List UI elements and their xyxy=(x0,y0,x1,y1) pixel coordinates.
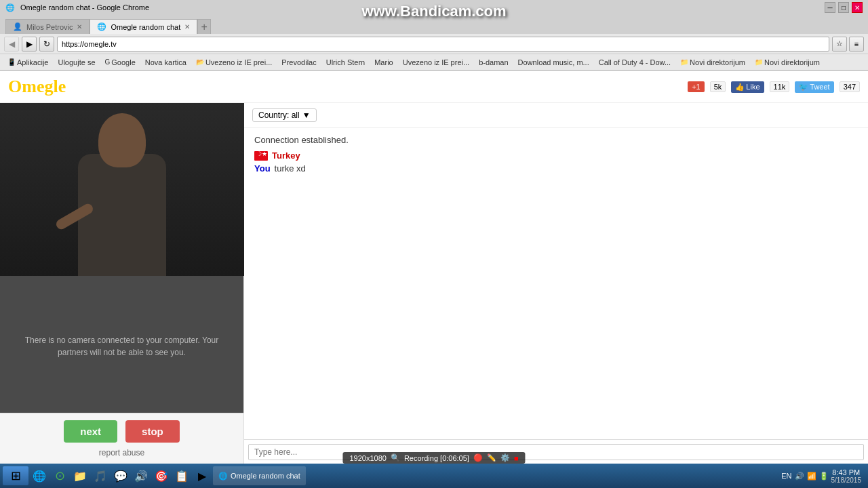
bookmark-download-music[interactable]: Download music, m... xyxy=(515,58,593,67)
bookmarks-bar: 📱 Aplikacije Ulogujte se G Google Nova k… xyxy=(0,54,868,70)
bookmark-label: Uvezeno iz IE prei... xyxy=(403,58,469,66)
taskbar-audio-icon[interactable]: 🔊 xyxy=(132,466,151,485)
back-button[interactable]: ◀ xyxy=(4,37,19,52)
taskbar-ie-icon[interactable]: 🌐 xyxy=(30,466,49,485)
country-selector-label: Country: all xyxy=(258,110,300,120)
bookmark-mario[interactable]: Mario xyxy=(371,58,397,67)
maximize-button[interactable]: □ xyxy=(838,2,849,13)
bookmark-label: Prevodilac xyxy=(281,58,316,66)
tray-icon-battery[interactable]: 🔋 xyxy=(819,472,829,481)
title-bar-text: Omegle random chat - Google Chrome xyxy=(20,3,149,12)
bookmark-label: Mario xyxy=(374,58,393,66)
taskbar-task2-icon[interactable]: 📋 xyxy=(172,466,191,485)
bookmark-nova-kartica[interactable]: Nova kartica xyxy=(142,58,190,67)
bookmark-ulogujte[interactable]: Ulogujte se xyxy=(54,58,98,67)
person-body xyxy=(78,154,166,276)
date-display: 5/18/2015 xyxy=(831,476,862,484)
new-tab-button[interactable]: + xyxy=(197,19,211,34)
tab-title: Milos Petrovic xyxy=(26,23,73,31)
recording-label: Recording [0:06:05] xyxy=(404,454,469,462)
chat-messages: Connection established. Turkey You turke… xyxy=(244,128,868,439)
turkey-flag-icon xyxy=(254,151,268,161)
tab-favicon: 👤 xyxy=(13,22,22,31)
taskbar-program-label: Omegle random chat xyxy=(231,472,300,480)
chat-panel: Country: all ▼ Connection established. T… xyxy=(244,103,868,464)
minimize-button[interactable]: ─ xyxy=(825,2,835,13)
taskbar-explorer-icon[interactable]: 📁 xyxy=(71,466,90,485)
settings-button[interactable]: ≡ xyxy=(849,37,864,52)
nav-bar: ◀ ▶ ↻ https://omegle.tv ☆ ≡ xyxy=(0,34,868,54)
bookmark-label: Google xyxy=(111,58,135,66)
refresh-button[interactable]: ↻ xyxy=(39,37,54,52)
omegle-logo[interactable]: Omegle xyxy=(8,77,66,97)
nav-extra: ☆ ≡ xyxy=(832,37,864,52)
tweet-label: Tweet xyxy=(810,83,829,91)
bookmark-bdaman[interactable]: b-daman xyxy=(475,58,511,67)
facebook-like-button[interactable]: 👍 Like xyxy=(731,81,764,93)
close-button[interactable]: ✕ xyxy=(852,2,863,13)
tray-icon-network[interactable]: 📶 xyxy=(807,472,816,481)
recording-indicator-icon: 🔍 xyxy=(391,453,400,462)
recording-stop-icon: ■ xyxy=(514,454,519,462)
taskbar-chrome-icon[interactable]: ⊙ xyxy=(50,466,69,485)
tray-icon-sound[interactable]: 🔊 xyxy=(795,472,804,481)
stop-button[interactable]: stop xyxy=(125,420,180,443)
recording-dot: 🔴 xyxy=(473,453,483,462)
bookmark-novi-dir2[interactable]: 📁 Novi direktorijum xyxy=(751,58,823,67)
recording-edit-icon: ✏️ xyxy=(487,453,496,462)
main-layout: There is no camera connected to your com… xyxy=(0,103,868,464)
star-button[interactable]: ☆ xyxy=(832,37,847,52)
bookmark-label: Novi direktorijum xyxy=(764,58,820,66)
bookmark-novi-dir1[interactable]: 📁 Novi direktorijum xyxy=(677,58,749,67)
time-display: 8:43 PM xyxy=(831,468,862,476)
google-plus-icon: +1 xyxy=(692,83,701,91)
message-text-you: turke xd xyxy=(275,163,306,174)
taskbar-program-icon: 🌐 xyxy=(218,472,228,481)
bookmark-ulrich[interactable]: Ulrich Stern xyxy=(323,58,368,67)
taskbar-player-icon[interactable]: ▶ xyxy=(193,466,212,485)
chat-country-bar: Country: all ▼ xyxy=(244,103,868,128)
bookmark-aplikacije[interactable]: 📱 Aplikacije xyxy=(4,58,52,67)
report-abuse-link[interactable]: report abuse xyxy=(99,448,144,458)
title-bar-icon: 🌐 xyxy=(5,3,15,12)
tab-omegle[interactable]: 🌐 Omegle random chat ✕ xyxy=(90,19,197,34)
taskbar-program-omegle[interactable]: 🌐 Omegle random chat xyxy=(213,466,306,485)
start-button[interactable]: ⊞ xyxy=(3,466,28,485)
title-bar-controls: ─ □ ✕ xyxy=(825,2,863,13)
title-bar: 🌐 Omegle random chat - Google Chrome ─ □… xyxy=(0,0,868,15)
bookmark-prevodilac[interactable]: Prevodilac xyxy=(278,58,319,67)
bookmark-cod4[interactable]: Call of Duty 4 - Dow... xyxy=(595,58,674,67)
bookmark-icon: 📱 xyxy=(7,58,16,66)
next-button[interactable]: next xyxy=(64,420,117,443)
bookmark-label: Ulrich Stern xyxy=(326,58,365,66)
bookmark-uvezeno1[interactable]: 📂 Uvezeno iz IE prei... xyxy=(193,58,275,67)
tab-close-omegle-icon[interactable]: ✕ xyxy=(184,23,190,30)
header-social: +1 5k 👍 Like 11k 🐦 Tweet 347 xyxy=(688,81,860,93)
tweet-button[interactable]: 🐦 Tweet xyxy=(795,81,833,93)
tweet-count: 347 xyxy=(840,81,860,92)
bookmark-label: Uvezeno iz IE prei... xyxy=(205,58,272,66)
google-count: 5k xyxy=(710,81,726,92)
tray-clock[interactable]: 8:43 PM 5/18/2015 xyxy=(831,468,862,484)
bookmark-icon: 📁 xyxy=(680,58,688,66)
recording-settings-icon: ⚙️ xyxy=(500,453,510,462)
bookmark-icon: G xyxy=(105,58,111,66)
taskbar-skype-icon[interactable]: 💬 xyxy=(111,466,130,485)
like-count: 11k xyxy=(770,81,790,92)
forward-button[interactable]: ▶ xyxy=(22,37,37,52)
omegle-header: Omegle +1 5k 👍 Like 11k 🐦 Tweet 347 xyxy=(0,71,868,103)
taskbar-winamp-icon[interactable]: 🎯 xyxy=(152,466,171,485)
google-plus-button[interactable]: +1 xyxy=(688,81,705,92)
chat-input[interactable] xyxy=(248,444,864,460)
country-selector[interactable]: Country: all ▼ xyxy=(252,108,317,122)
bookmark-label: Download music, m... xyxy=(518,58,589,66)
address-bar[interactable]: https://omegle.tv xyxy=(57,37,829,52)
bookmark-google[interactable]: G Google xyxy=(102,58,139,67)
tab-close-icon[interactable]: ✕ xyxy=(77,23,82,30)
taskbar-media-icon[interactable]: 🎵 xyxy=(91,466,110,485)
title-bar-left: 🌐 Omegle random chat - Google Chrome xyxy=(5,3,149,12)
taskbar-tray: EN 🔊 📶 🔋 8:43 PM 5/18/2015 xyxy=(777,466,865,485)
tab-favicon-omegle: 🌐 xyxy=(97,22,106,31)
bookmark-uvezeno2[interactable]: Uvezeno iz IE prei... xyxy=(399,58,473,67)
tab-milos-petrovic[interactable]: 👤 Milos Petrovic ✕ xyxy=(5,19,90,34)
